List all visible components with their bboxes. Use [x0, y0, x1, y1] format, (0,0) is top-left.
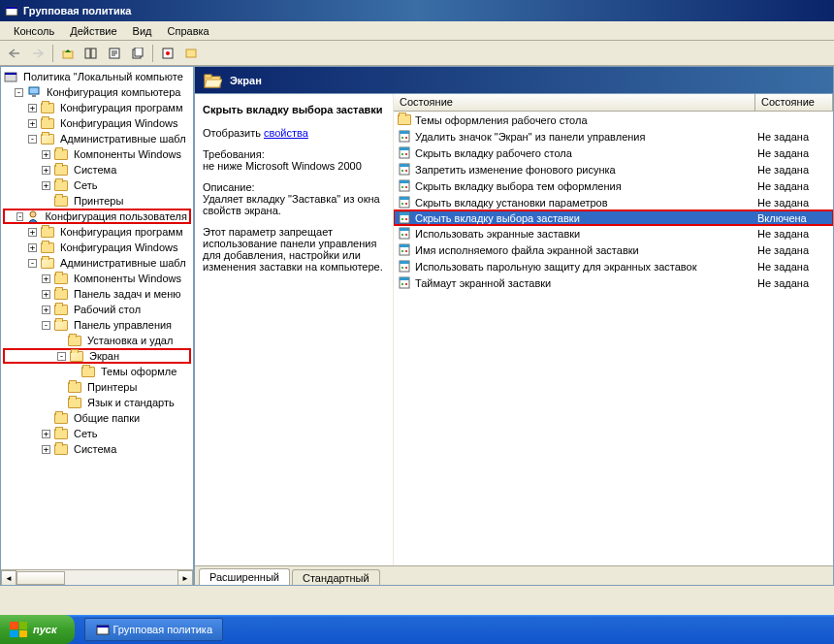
export-button[interactable]	[127, 43, 148, 64]
refresh-button[interactable]	[157, 43, 178, 64]
policy-icon	[397, 163, 412, 177]
setting-state: Не задана	[757, 228, 830, 240]
expand-icon[interactable]: +	[42, 150, 50, 159]
settings-item[interactable]: Темы оформления рабочего стола	[394, 112, 833, 128]
tree-user-screen[interactable]: -Экран	[3, 348, 191, 364]
column-name[interactable]: Состояние	[394, 94, 755, 111]
tree-user-win[interactable]: +Конфигурация Windows	[3, 240, 191, 255]
tree-comp-admin[interactable]: -Административные шабл	[3, 131, 191, 146]
properties-link[interactable]: свойства	[264, 127, 308, 139]
tree-comp-system[interactable]: +Система	[3, 162, 191, 177]
tree-user-comp[interactable]: +Компоненты Windows	[3, 271, 191, 286]
svg-point-15	[30, 211, 36, 217]
settings-item[interactable]: Скрыть вкладку установки параметровНе за…	[394, 194, 833, 210]
tree-user-cpanel[interactable]: -Панель управления	[3, 317, 191, 333]
tree-user-install[interactable]: Установка и удал	[3, 333, 191, 348]
settings-item[interactable]: Скрыть вкладку выбора заставкиВключена	[394, 209, 833, 226]
tree-root[interactable]: Политика "Локальный компьюте	[3, 69, 191, 84]
folder-icon	[53, 272, 69, 285]
tab-standard[interactable]: Стандартный	[292, 569, 380, 586]
tree-user-lang[interactable]: Язык и стандарть	[3, 395, 191, 410]
tree-user-prog[interactable]: +Конфигурация программ	[3, 224, 191, 240]
start-button[interactable]: пуск	[0, 615, 75, 644]
expand-icon[interactable]: +	[42, 445, 50, 454]
menu-console[interactable]: Консоль	[6, 23, 62, 39]
collapse-icon[interactable]: -	[15, 88, 23, 97]
tree-comp-network[interactable]: +Сеть	[3, 177, 191, 193]
computer-icon	[26, 85, 42, 99]
settings-item[interactable]: Удалить значок "Экран" из панели управле…	[394, 128, 833, 145]
svg-point-29	[405, 170, 407, 172]
expand-icon[interactable]: +	[42, 430, 50, 438]
taskbar-item[interactable]: Групповая политика	[84, 618, 223, 641]
tree-user-printers[interactable]: Принтеры	[3, 379, 191, 395]
folder-icon	[53, 163, 69, 177]
svg-point-32	[401, 186, 403, 188]
settings-item[interactable]: Запретить изменение фонового рисункаНе з…	[394, 161, 833, 177]
workspace: Политика "Локальный компьюте - Конфигура…	[0, 66, 834, 586]
tree-user-taskbar[interactable]: +Панель задач и меню	[3, 286, 191, 302]
setting-state: Не задана	[757, 147, 830, 159]
svg-point-37	[405, 203, 407, 205]
tree-user-system[interactable]: +Система	[3, 441, 191, 457]
tree-user-desktop[interactable]: +Рабочий стол	[3, 302, 191, 317]
svg-rect-27	[400, 164, 409, 167]
expand-icon[interactable]: +	[28, 104, 37, 113]
tree-user-network[interactable]: +Сеть	[3, 426, 191, 441]
expand-icon[interactable]: +	[28, 243, 37, 252]
settings-item[interactable]: Использовать экранные заставкиНе задана	[394, 225, 833, 242]
expand-icon[interactable]: +	[42, 290, 50, 299]
settings-item[interactable]: Таймаут экранной заставкиНе задана	[394, 274, 833, 291]
collapse-icon[interactable]: -	[57, 352, 66, 361]
svg-rect-59	[97, 626, 109, 628]
tree-user-shared[interactable]: Общие папки	[3, 410, 191, 426]
collapse-icon[interactable]: -	[16, 212, 23, 221]
folder-icon	[53, 194, 69, 208]
expand-icon[interactable]: +	[42, 181, 50, 190]
collapse-icon[interactable]: -	[42, 321, 50, 330]
collapse-icon[interactable]: -	[28, 135, 37, 144]
expand-icon[interactable]: +	[42, 306, 50, 314]
svg-point-52	[401, 267, 403, 269]
tree-comp-config[interactable]: - Конфигурация компьютера	[3, 84, 191, 100]
setting-state: Не задана	[757, 180, 830, 192]
tree-user-admin[interactable]: -Административные шабл	[3, 255, 191, 271]
properties-button[interactable]	[104, 43, 125, 64]
up-button[interactable]	[57, 43, 79, 64]
tab-extended[interactable]: Расширенный	[199, 568, 290, 586]
scroll-left-icon[interactable]: ◄	[1, 570, 16, 586]
tree-comp-win[interactable]: +Конфигурация Windows	[3, 115, 191, 131]
settings-item[interactable]: Имя исполняемого файла экранной заставки…	[394, 242, 833, 258]
expand-icon[interactable]: +	[28, 228, 37, 237]
forward-button[interactable]	[27, 43, 48, 64]
svg-rect-13	[29, 87, 39, 94]
policy-icon	[397, 130, 412, 144]
tree-comp-wincomp[interactable]: +Компоненты Windows	[3, 146, 191, 162]
expand-icon[interactable]: +	[42, 274, 50, 283]
show-hide-button[interactable]	[80, 43, 102, 64]
expand-icon[interactable]: +	[42, 166, 50, 175]
settings-item[interactable]: Скрыть вкладку рабочего столаНе задана	[394, 145, 833, 161]
settings-item[interactable]: Использовать парольную защиту для экранн…	[394, 258, 833, 274]
column-state[interactable]: Состояние	[755, 94, 833, 111]
folder-icon	[53, 318, 69, 332]
tree-comp-prog[interactable]: +Конфигурация программ	[3, 100, 191, 115]
scroll-track[interactable]	[16, 570, 177, 585]
back-button[interactable]	[4, 43, 25, 64]
tree-user-themes[interactable]: Темы оформле	[3, 364, 191, 379]
menu-view[interactable]: Вид	[125, 23, 160, 39]
content-area: Скрыть вкладку выбора заставки Отобразит…	[195, 94, 833, 565]
menu-help[interactable]: Справка	[160, 23, 217, 39]
expand-icon[interactable]: +	[28, 119, 37, 128]
scroll-right-icon[interactable]: ►	[177, 570, 193, 586]
settings-item[interactable]: Скрыть вкладку выбора тем оформленияНе з…	[394, 177, 833, 194]
scroll-thumb[interactable]	[16, 571, 65, 585]
menu-action[interactable]: Действие	[62, 23, 124, 39]
svg-point-24	[401, 153, 403, 155]
tree-user-config[interactable]: - Конфигурация пользователя	[3, 209, 191, 224]
horizontal-scrollbar[interactable]: ◄ ►	[1, 569, 193, 585]
menubar: Консоль Действие Вид Справка	[0, 21, 834, 41]
tree-comp-printers[interactable]: Принтеры	[3, 193, 191, 209]
collapse-icon[interactable]: -	[28, 259, 37, 268]
filter-button[interactable]	[180, 43, 202, 64]
